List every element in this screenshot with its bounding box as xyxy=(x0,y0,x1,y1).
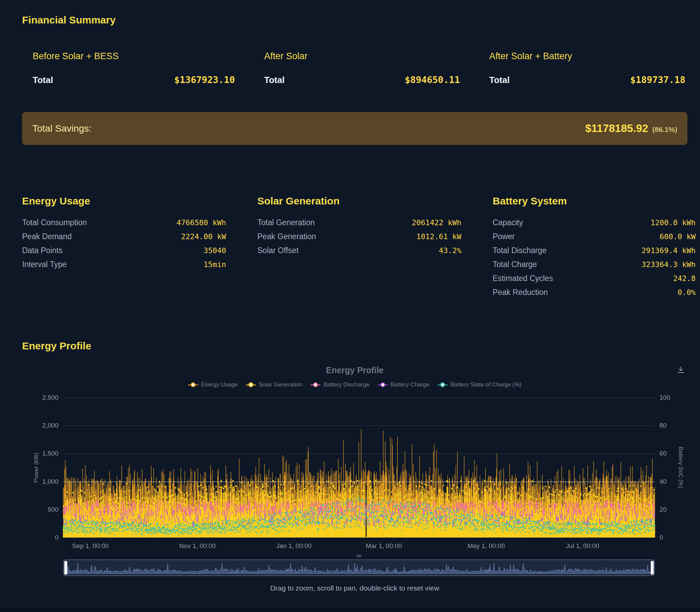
stats-sections: Energy Usage Total Consumption4766580 kW… xyxy=(22,195,700,300)
stat-value: 323364.3 kWh xyxy=(642,258,696,272)
navigator-range-slider[interactable] xyxy=(63,560,655,576)
scenario-name: After Solar xyxy=(264,51,460,61)
stat-value: 2061422 kWh xyxy=(412,216,461,230)
stat-row: Peak Reduction0.0% xyxy=(492,286,696,300)
legend-item-battery-discharge[interactable]: Battery Discharge xyxy=(310,381,369,388)
total-label: Total xyxy=(489,75,510,85)
legend-label: Solar Generation xyxy=(259,381,303,388)
stat-label: Total Discharge xyxy=(492,244,547,257)
stat-value: 4766580 kWh xyxy=(176,216,226,230)
total-label: Total xyxy=(33,75,53,85)
legend-line-dot-icon xyxy=(438,382,448,387)
stat-value: 35040 xyxy=(204,244,226,258)
stat-row: Peak Demand2224.00 kW xyxy=(22,230,226,244)
stat-row: Power600.0 kW xyxy=(492,230,696,244)
stat-row: Estimated Cycles242.8 xyxy=(492,272,696,286)
stat-label: Interval Type xyxy=(22,258,67,271)
stat-label: Solar Offset xyxy=(257,244,299,257)
scenario-after-solar-battery: After Solar + Battery Total $189737.18 xyxy=(489,51,685,85)
stat-label: Data Points xyxy=(22,244,62,257)
energy-profile-chart[interactable] xyxy=(22,391,687,554)
stat-row: Capacity1200.0 kWh xyxy=(492,216,696,230)
energy-usage-section: Energy Usage Total Consumption4766580 kW… xyxy=(22,195,226,272)
legend-item-battery-charge[interactable]: Battery Charge xyxy=(378,381,429,388)
legend-label: Energy Usage xyxy=(201,381,238,388)
scenario-total-row: Total $894650.11 xyxy=(264,74,460,85)
energy-usage-title: Energy Usage xyxy=(22,195,226,207)
stat-label: Peak Generation xyxy=(257,230,316,243)
legend-item-battery-soc[interactable]: Battery State of Charge (%) xyxy=(438,381,522,388)
stat-row: Total Charge323364.3 kWh xyxy=(492,258,696,272)
scenario-name: Before Solar + BESS xyxy=(33,51,235,61)
stat-value: 600.0 kW xyxy=(659,230,696,244)
stat-value: 43.2% xyxy=(439,244,461,258)
total-savings-banner: Total Savings: $1178185.92 (86.1%) xyxy=(22,112,687,145)
stat-row: Peak Generation1012.61 kW xyxy=(257,230,461,244)
stat-value: 291369.4 kWh xyxy=(642,244,696,258)
download-chart-icon[interactable] xyxy=(676,365,685,375)
solar-generation-title: Solar Generation xyxy=(257,195,461,207)
scenario-total-row: Total $1367923.10 xyxy=(33,74,235,85)
chart-navigator xyxy=(63,555,655,576)
savings-label: Total Savings: xyxy=(32,123,91,134)
stat-label: Capacity xyxy=(492,216,523,229)
navigator-mini-chart xyxy=(64,561,654,575)
stat-value: 1200.0 kWh xyxy=(651,216,696,230)
stat-label: Total Charge xyxy=(492,258,537,271)
stat-label: Power xyxy=(492,230,515,243)
legend-label: Battery Discharge xyxy=(323,381,369,388)
navigator-right-handle[interactable] xyxy=(651,561,654,574)
total-value: $189737.18 xyxy=(630,74,685,85)
stat-value: 1012.61 kW xyxy=(416,230,461,244)
scenario-after-solar: After Solar Total $894650.11 xyxy=(264,51,460,85)
legend-item-energy-usage[interactable]: Energy Usage xyxy=(188,381,238,388)
stat-value: 0.0% xyxy=(677,286,696,300)
stat-label: Peak Reduction xyxy=(492,286,548,299)
stat-label: Total Generation xyxy=(257,216,315,229)
scenario-before-solar-bess: Before Solar + BESS Total $1367923.10 xyxy=(33,51,235,85)
energy-profile-chart-card: Energy Profile Energy Usage Solar Genera… xyxy=(22,365,687,592)
navigator-grip-icon[interactable] xyxy=(355,555,363,558)
savings-value-group: $1178185.92 (86.1%) xyxy=(585,122,677,135)
total-value: $1367923.10 xyxy=(174,74,235,85)
stat-row: Data Points35040 xyxy=(22,244,226,258)
legend-label: Battery State of Charge (%) xyxy=(451,381,522,388)
solar-generation-section: Solar Generation Total Generation2061422… xyxy=(257,195,461,258)
stat-value: 2224.00 kW xyxy=(181,230,226,244)
stat-value: 242.8 xyxy=(673,272,696,286)
scenario-total-row: Total $189737.18 xyxy=(489,74,685,85)
stat-label: Estimated Cycles xyxy=(492,272,553,285)
stat-row: Interval Type15min xyxy=(22,258,226,272)
savings-amount: $1178185.92 xyxy=(585,122,648,135)
legend-line-dot-icon xyxy=(310,382,320,387)
financial-summary-title: Financial Summary xyxy=(22,0,700,26)
legend-line-dot-icon xyxy=(188,382,198,387)
stat-label: Peak Demand xyxy=(22,230,72,243)
total-label: Total xyxy=(264,75,285,85)
stat-row: Total Generation2061422 kWh xyxy=(257,216,461,230)
scenario-name: After Solar + Battery xyxy=(489,51,685,61)
financial-scenarios: Before Solar + BESS Total $1367923.10 Af… xyxy=(33,51,700,85)
chart-title: Energy Profile xyxy=(22,365,687,375)
battery-system-title: Battery System xyxy=(492,195,696,207)
chart-interaction-hint: Drag to zoom, scroll to pan, double-clic… xyxy=(22,584,687,592)
stat-label: Total Consumption xyxy=(22,216,87,229)
legend-label: Battery Charge xyxy=(391,381,429,388)
page-bottom-strip xyxy=(0,609,700,612)
stat-row: Total Discharge291369.4 kWh xyxy=(492,244,696,258)
energy-profile-section-title: Energy Profile xyxy=(22,340,700,352)
total-value: $894650.11 xyxy=(404,74,460,85)
legend-line-dot-icon xyxy=(378,382,388,387)
stat-row: Solar Offset43.2% xyxy=(257,244,461,258)
savings-percent: (86.1%) xyxy=(652,126,677,134)
navigator-left-handle[interactable] xyxy=(64,561,67,574)
chart-legend: Energy Usage Solar Generation Battery Di… xyxy=(22,381,687,389)
stat-value: 15min xyxy=(204,258,226,272)
battery-system-section: Battery System Capacity1200.0 kWh Power6… xyxy=(492,195,696,300)
legend-line-dot-icon xyxy=(246,382,256,387)
legend-item-solar-generation[interactable]: Solar Generation xyxy=(246,381,303,388)
stat-row: Total Consumption4766580 kWh xyxy=(22,216,226,230)
